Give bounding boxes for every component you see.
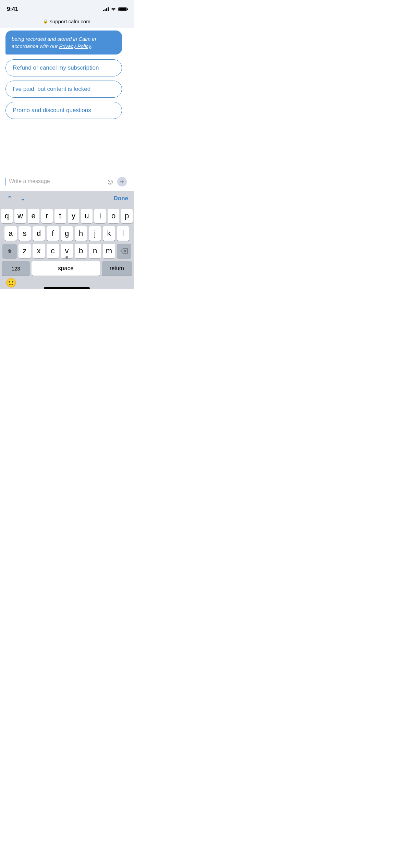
key-d[interactable]: d bbox=[33, 226, 45, 241]
key-p[interactable]: p bbox=[121, 209, 133, 223]
chat-area: being recorded and stored in Calm in acc… bbox=[0, 28, 134, 172]
status-bar: 9:41 bbox=[0, 0, 134, 16]
key-q[interactable]: q bbox=[1, 209, 13, 223]
key-e[interactable]: e bbox=[28, 209, 39, 223]
emoji-bottom-icon: 🙂 bbox=[5, 278, 16, 288]
key-t[interactable]: t bbox=[54, 209, 66, 223]
key-g[interactable]: g bbox=[61, 226, 73, 241]
key-n[interactable]: n bbox=[89, 244, 101, 258]
return-key[interactable]: return bbox=[102, 261, 132, 276]
empty-space bbox=[5, 119, 128, 172]
space-key[interactable]: space bbox=[32, 261, 100, 276]
emoji-button[interactable]: ☺ bbox=[105, 176, 116, 188]
key-u[interactable]: u bbox=[81, 209, 93, 223]
key-h[interactable]: h bbox=[75, 226, 87, 241]
key-l[interactable]: l bbox=[117, 226, 129, 241]
delete-key[interactable] bbox=[117, 244, 131, 258]
key-v[interactable]: v bbox=[61, 244, 73, 258]
key-o[interactable]: o bbox=[108, 209, 119, 223]
key-c[interactable]: c bbox=[47, 244, 59, 258]
send-button[interactable] bbox=[116, 176, 128, 188]
wifi-icon bbox=[111, 7, 116, 11]
bottom-bar: 🙂 bbox=[0, 280, 134, 289]
status-time: 9:41 bbox=[7, 6, 18, 13]
key-i[interactable]: i bbox=[94, 209, 106, 223]
key-x[interactable]: x bbox=[33, 244, 45, 258]
address-bar: 🔒 support.calm.com bbox=[0, 16, 134, 28]
info-text: being recorded and stored in Calm in acc… bbox=[12, 35, 116, 50]
shift-key[interactable] bbox=[2, 244, 17, 258]
message-input[interactable]: Write a message bbox=[5, 178, 105, 185]
key-k[interactable]: k bbox=[103, 226, 115, 241]
refund-cancel-button[interactable]: Refund or cancel my subscription bbox=[5, 59, 122, 76]
key-f[interactable]: f bbox=[47, 226, 59, 241]
keyboard-row-4: 123 space return bbox=[1, 261, 133, 276]
done-button[interactable]: Done bbox=[114, 195, 129, 202]
key-w[interactable]: w bbox=[14, 209, 26, 223]
next-field-button[interactable]: ⌄ bbox=[19, 194, 27, 203]
keyboard-row-3: z x c v b n m bbox=[1, 244, 133, 258]
key-a[interactable]: a bbox=[4, 226, 17, 241]
numbers-key[interactable]: 123 bbox=[2, 261, 30, 276]
key-z[interactable]: z bbox=[19, 244, 31, 258]
paid-content-locked-button[interactable]: I've paid, but content is locked bbox=[5, 81, 122, 98]
keyboard-row-1: q w e r t y u i o p bbox=[1, 209, 133, 223]
prev-field-button[interactable]: ⌃ bbox=[5, 194, 13, 203]
signal-icon bbox=[103, 7, 109, 11]
url-text: support.calm.com bbox=[50, 19, 90, 24]
option-buttons: Refund or cancel my subscription I've pa… bbox=[5, 59, 128, 119]
send-icon bbox=[117, 177, 127, 186]
promo-discount-button[interactable]: Promo and discount questions bbox=[5, 102, 122, 119]
keyboard-toolbar: ⌃ ⌄ Done bbox=[0, 191, 134, 206]
privacy-policy-link[interactable]: Privacy Policy bbox=[59, 43, 90, 49]
info-bubble: being recorded and stored in Calm in acc… bbox=[5, 31, 122, 55]
battery-icon bbox=[118, 7, 127, 11]
key-j[interactable]: j bbox=[89, 226, 101, 241]
message-input-area: Write a message ☺ bbox=[0, 172, 134, 191]
key-m[interactable]: m bbox=[103, 244, 115, 258]
key-y[interactable]: y bbox=[68, 209, 80, 223]
lock-icon: 🔒 bbox=[43, 19, 48, 24]
key-s[interactable]: s bbox=[19, 226, 31, 241]
key-b[interactable]: b bbox=[75, 244, 87, 258]
keyboard-row-2: a s d f g h j k l bbox=[1, 226, 133, 241]
key-r[interactable]: r bbox=[41, 209, 53, 223]
status-icons bbox=[103, 7, 127, 11]
home-indicator bbox=[44, 287, 90, 289]
nav-arrows: ⌃ ⌄ bbox=[5, 194, 27, 203]
keyboard: q w e r t y u i o p a s d f g h j k l z … bbox=[0, 206, 134, 280]
